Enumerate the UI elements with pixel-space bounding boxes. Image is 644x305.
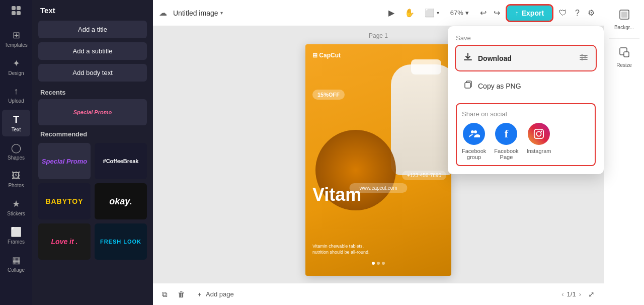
select-tool-button[interactable]: ▶ bbox=[385, 6, 397, 20]
copy-page-icon: ⧉ bbox=[162, 290, 168, 298]
rec-item-coffee-break[interactable]: #CoffeeBreak bbox=[95, 143, 147, 179]
top-bar: ☁ Untitled image ▾ ▶ ✋ ⬜ ▾ 67% ▾ ↩ bbox=[153, 0, 604, 26]
rec-item-special-promo[interactable]: Special Promo bbox=[38, 143, 91, 179]
copy-png-label: Copy as PNG bbox=[478, 82, 521, 90]
add-page-icon: ＋ bbox=[196, 290, 203, 299]
collage-icon: ▦ bbox=[12, 255, 21, 266]
design-icon: ✦ bbox=[13, 58, 20, 69]
shield-button[interactable]: 🛡 bbox=[556, 7, 570, 20]
canvas-wrapper[interactable]: ⊞ CapCut 15%OFF Vitam +123-456-7890 www.… bbox=[305, 44, 451, 283]
sidebar-item-photos[interactable]: 🖼 Photos bbox=[2, 167, 30, 192]
doc-chevron-icon: ▾ bbox=[220, 10, 223, 16]
sidebar-item-shapes[interactable]: ◯ Shapes bbox=[2, 138, 30, 165]
redo-button[interactable]: ↪ bbox=[491, 6, 503, 20]
redo-icon: ↪ bbox=[494, 8, 500, 18]
select-icon: ▶ bbox=[388, 8, 394, 18]
facebook-page-icon: f bbox=[495, 123, 517, 145]
panel-header: Text bbox=[32, 0, 153, 19]
doc-title-area[interactable]: Untitled image ▾ bbox=[173, 9, 223, 17]
next-page-button[interactable]: › bbox=[579, 290, 581, 298]
prev-page-button[interactable]: ‹ bbox=[561, 290, 564, 298]
copy-png-row[interactable]: Copy as PNG bbox=[456, 74, 596, 97]
stickers-icon: ★ bbox=[12, 198, 20, 209]
add-subtitle-button[interactable]: Add a subtitle bbox=[38, 42, 147, 60]
doc-title: Untitled image bbox=[173, 9, 218, 17]
add-page-label: Add page bbox=[206, 290, 234, 298]
canvas-discount-badge: 15%OFF bbox=[312, 90, 345, 100]
export-dropdown: Save Download bbox=[448, 26, 604, 174]
canvas-image[interactable]: ⊞ CapCut 15%OFF Vitam +123-456-7890 www.… bbox=[305, 44, 451, 276]
svg-rect-3 bbox=[17, 11, 21, 15]
bottom-bar: ⧉ 🗑 ＋ Add page ‹ 1/1 › ⤢ bbox=[153, 283, 604, 305]
dot-1 bbox=[377, 262, 380, 265]
page-label: Page 1 bbox=[369, 32, 388, 39]
download-label: Download bbox=[478, 54, 512, 62]
zoom-chevron-icon: ▾ bbox=[465, 9, 469, 17]
delete-icon: 🗑 bbox=[178, 290, 185, 298]
rec-item-babytoy[interactable]: BABYTOY bbox=[38, 183, 91, 219]
recommended-grid: Special Promo #CoffeeBreak BABYTOY okay.… bbox=[32, 143, 153, 260]
sidebar-icons-panel: ⊞ Templates ✦ Design ↑ Upload T Text ◯ S… bbox=[0, 0, 32, 305]
copy-png-icon bbox=[463, 80, 473, 92]
app-logo[interactable] bbox=[11, 5, 22, 19]
rec-item-loveit[interactable]: Love it . bbox=[38, 223, 91, 260]
add-body-button[interactable]: Add body text bbox=[38, 64, 147, 82]
canvas-dots bbox=[372, 262, 385, 265]
svg-point-9 bbox=[584, 56, 586, 58]
add-page-button[interactable]: ＋ Add page bbox=[192, 288, 238, 301]
recents-grid: Special Promo bbox=[32, 99, 153, 125]
text-icon: T bbox=[13, 114, 19, 125]
svg-point-12 bbox=[471, 130, 474, 133]
sidebar-item-stickers[interactable]: ★ Stickers bbox=[2, 194, 30, 220]
copy-page-button[interactable]: ⧉ bbox=[159, 288, 171, 301]
facebook-page-item[interactable]: f Facebook Page bbox=[494, 123, 518, 160]
shapes-icon: ◯ bbox=[11, 142, 21, 154]
svg-rect-7 bbox=[624, 52, 629, 57]
download-row[interactable]: Download bbox=[456, 46, 596, 70]
settings-button[interactable]: ⚙ bbox=[585, 6, 598, 20]
frame-tool-button[interactable]: ⬜ ▾ bbox=[422, 6, 442, 20]
canvas-website: www.capcut.com bbox=[349, 183, 407, 193]
hand-icon: ✋ bbox=[405, 8, 415, 18]
settings-icon: ⚙ bbox=[588, 9, 595, 17]
cloud-icon[interactable]: ☁ bbox=[159, 8, 167, 18]
facebook-group-item[interactable]: Facebook group bbox=[462, 123, 486, 160]
undo-button[interactable]: ↩ bbox=[477, 6, 490, 20]
save-label: Save bbox=[456, 34, 596, 42]
sidebar-item-templates[interactable]: ⊞ Templates bbox=[2, 26, 30, 52]
zoom-button[interactable]: 67% ▾ bbox=[446, 7, 473, 19]
download-settings-icon[interactable] bbox=[579, 52, 589, 64]
canvas-bottle-cap bbox=[411, 59, 441, 74]
templates-icon: ⊞ bbox=[13, 30, 20, 41]
delete-page-button[interactable]: 🗑 bbox=[175, 288, 188, 300]
background-panel-item[interactable]: Backgr... bbox=[607, 5, 641, 34]
canvas-description: Vitamin chewable tablets, nutrition shou… bbox=[312, 243, 370, 256]
resize-panel-item[interactable]: Resize bbox=[607, 43, 641, 72]
share-on-social-section: Share on social Facebook group bbox=[456, 103, 596, 166]
download-left: Download bbox=[463, 52, 512, 64]
sidebar-item-frames[interactable]: ⬜ Frames bbox=[2, 222, 30, 249]
sidebar-item-collage[interactable]: ▦ Collage bbox=[2, 251, 30, 277]
instagram-item[interactable]: Instagram bbox=[527, 123, 551, 160]
rec-item-okay[interactable]: okay. bbox=[95, 183, 147, 219]
svg-point-13 bbox=[474, 130, 477, 133]
rec-item-freshlook[interactable]: FRESH LOOK bbox=[95, 223, 147, 260]
sidebar-item-design[interactable]: ✦ Design bbox=[2, 54, 30, 80]
export-button[interactable]: ↑ Export bbox=[507, 6, 552, 21]
svg-point-8 bbox=[581, 54, 583, 56]
help-button[interactable]: ? bbox=[572, 7, 583, 20]
sidebar-item-text[interactable]: T Text bbox=[2, 110, 30, 136]
hand-tool-button[interactable]: ✋ bbox=[401, 6, 418, 20]
export-upload-icon: ↑ bbox=[515, 9, 519, 17]
resize-icon bbox=[619, 47, 630, 60]
svg-point-16 bbox=[541, 131, 542, 132]
zoom-level: 67% bbox=[450, 9, 463, 17]
upload-icon: ↑ bbox=[14, 86, 19, 97]
add-title-button[interactable]: Add a title bbox=[38, 21, 147, 38]
dot-active bbox=[372, 262, 375, 265]
sidebar-item-upload[interactable]: ↑ Upload bbox=[2, 82, 30, 108]
instagram-label: Instagram bbox=[527, 148, 551, 154]
toolbar-tools: ▶ ✋ ⬜ ▾ 67% ▾ ↩ ↪ bbox=[385, 6, 503, 20]
recent-item[interactable]: Special Promo bbox=[38, 99, 147, 125]
expand-button[interactable]: ⤢ bbox=[585, 288, 598, 301]
